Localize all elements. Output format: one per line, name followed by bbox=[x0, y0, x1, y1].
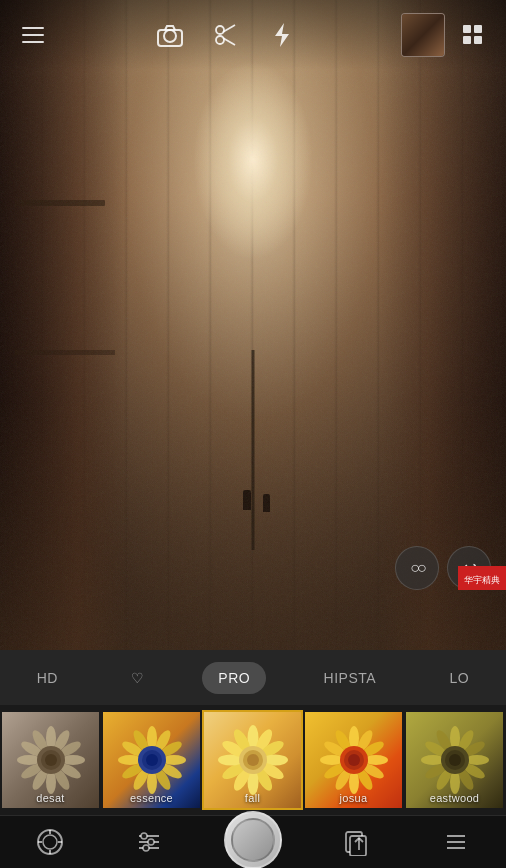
svg-point-3 bbox=[216, 36, 224, 44]
fx-icon bbox=[36, 828, 64, 856]
filter-label-josua: josua bbox=[305, 792, 402, 804]
svg-rect-1 bbox=[158, 30, 182, 46]
glasses-button[interactable]: ○○ bbox=[395, 546, 439, 590]
photo-preview: ○○ ↩ 华宇精典 bbox=[0, 0, 506, 650]
flash-icon bbox=[271, 22, 293, 48]
svg-point-81 bbox=[449, 754, 461, 766]
sunflower-essence-svg bbox=[117, 725, 187, 795]
camera-icon bbox=[156, 23, 184, 47]
flash-button[interactable] bbox=[264, 17, 300, 53]
adjust-button[interactable] bbox=[124, 817, 174, 867]
svg-point-2 bbox=[216, 26, 224, 34]
filter-item-josua[interactable]: josua bbox=[303, 710, 404, 810]
svg-point-91 bbox=[141, 833, 147, 839]
top-toolbar bbox=[0, 0, 506, 70]
filter-mode-pro[interactable]: PRO bbox=[202, 662, 266, 694]
svg-marker-6 bbox=[275, 23, 289, 47]
share-button[interactable] bbox=[332, 817, 382, 867]
more-button[interactable] bbox=[431, 817, 481, 867]
svg-point-36 bbox=[146, 754, 158, 766]
filter-mode-hd[interactable]: HD bbox=[21, 662, 74, 694]
grid-icon bbox=[463, 25, 483, 45]
scissors-icon bbox=[213, 22, 239, 48]
thumbnail-image bbox=[402, 14, 444, 56]
camera-switch-button[interactable] bbox=[152, 17, 188, 53]
capture-button[interactable] bbox=[224, 811, 282, 868]
sunflower-josua-svg bbox=[319, 725, 389, 795]
filter-item-desat[interactable]: desat bbox=[0, 710, 101, 810]
svg-point-21 bbox=[45, 754, 57, 766]
filter-mode-hipsta[interactable]: HIPSTA bbox=[308, 662, 393, 694]
filter-label-desat: desat bbox=[2, 792, 99, 804]
filter-thumbnails-row: desat bbox=[0, 705, 506, 815]
share-icon bbox=[344, 828, 370, 856]
capture-button-inner bbox=[231, 818, 275, 862]
scissors-button[interactable] bbox=[208, 17, 244, 53]
fx-button[interactable] bbox=[25, 817, 75, 867]
filter-mode-favorites[interactable]: ♡ bbox=[115, 662, 161, 694]
filter-item-essence[interactable]: essence bbox=[101, 710, 202, 810]
watermark: 华宇精典 bbox=[458, 566, 506, 590]
adjust-icon bbox=[135, 828, 163, 856]
sunflower-eastwood-svg bbox=[420, 725, 490, 795]
glasses-icon: ○○ bbox=[410, 559, 423, 577]
filter-item-fall[interactable]: fall bbox=[202, 710, 303, 810]
hamburger-icon bbox=[22, 27, 44, 43]
filter-label-essence: essence bbox=[103, 792, 200, 804]
svg-point-51 bbox=[247, 754, 259, 766]
svg-line-4 bbox=[223, 25, 235, 32]
sunflower-desat-svg bbox=[16, 725, 86, 795]
svg-point-92 bbox=[148, 839, 154, 845]
svg-point-66 bbox=[348, 754, 360, 766]
filter-mode-lo[interactable]: LO bbox=[434, 662, 486, 694]
grid-view-button[interactable] bbox=[455, 17, 491, 53]
svg-line-5 bbox=[223, 38, 235, 45]
more-icon bbox=[442, 828, 470, 856]
filter-item-eastwood[interactable]: eastwood bbox=[404, 710, 505, 810]
filter-label-fall: fall bbox=[204, 792, 301, 804]
svg-point-0 bbox=[164, 30, 176, 42]
svg-point-83 bbox=[43, 835, 57, 849]
gallery-thumbnail-button[interactable] bbox=[401, 13, 445, 57]
filter-mode-bar: HD ♡ PRO HIPSTA LO bbox=[0, 650, 506, 705]
watermark-text: 华宇精典 bbox=[464, 575, 500, 585]
bottom-toolbar bbox=[0, 815, 506, 868]
sunflower-fall-svg bbox=[218, 725, 288, 795]
svg-point-93 bbox=[143, 845, 149, 851]
filter-label-eastwood: eastwood bbox=[406, 792, 503, 804]
hamburger-menu-button[interactable] bbox=[15, 17, 51, 53]
